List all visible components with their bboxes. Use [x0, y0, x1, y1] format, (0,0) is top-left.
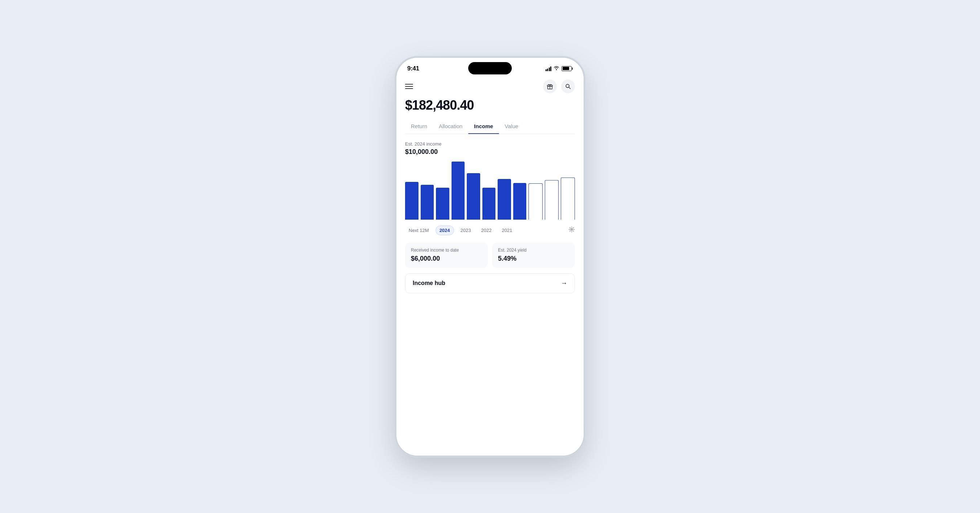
year-btn-2023[interactable]: 2023 — [457, 226, 475, 235]
income-hub-label: Income hub — [413, 280, 445, 287]
phone-frame: 9:41 — [396, 57, 584, 456]
bar-8 — [513, 183, 527, 220]
main-content: $182,480.40 Return Allocation Income Val… — [396, 98, 584, 293]
year-selector: Next 12M 2024 2023 2022 2021 — [405, 225, 575, 235]
year-btn-next12m[interactable]: Next 12M — [405, 226, 433, 235]
svg-point-2 — [566, 84, 569, 88]
stat-label-yield: Est. 2024 yield — [498, 248, 569, 253]
settings-button[interactable] — [568, 226, 575, 234]
arrow-right-icon: → — [561, 280, 567, 287]
stat-value-received: $6,000.00 — [411, 255, 482, 263]
search-button[interactable] — [561, 80, 575, 93]
gift-button[interactable] — [543, 80, 557, 93]
portfolio-value: $182,480.40 — [405, 98, 575, 113]
signal-icon — [546, 66, 552, 71]
phone-screen: 9:41 — [396, 58, 584, 456]
stat-label-received: Received income to date — [411, 248, 482, 253]
tabs: Return Allocation Income Value — [405, 120, 575, 134]
bar-5 — [467, 173, 480, 220]
status-bar: 9:41 — [396, 58, 584, 76]
tab-income[interactable]: Income — [468, 120, 499, 134]
status-time: 9:41 — [407, 65, 419, 72]
search-icon — [565, 83, 571, 90]
bar-2 — [421, 185, 434, 220]
tab-return[interactable]: Return — [405, 120, 433, 134]
bar-7 — [498, 179, 511, 220]
bar-chart — [405, 162, 575, 220]
hamburger-menu-icon[interactable] — [405, 84, 413, 89]
phone-wrapper: 9:41 — [396, 57, 584, 456]
tab-allocation[interactable]: Allocation — [433, 120, 468, 134]
year-btn-2024[interactable]: 2024 — [436, 225, 454, 235]
bar-1 — [405, 182, 418, 220]
gear-icon — [568, 226, 575, 233]
wifi-icon — [554, 66, 559, 71]
bar-9 — [528, 183, 542, 219]
nav-bar — [396, 76, 584, 98]
svg-point-3 — [571, 229, 573, 231]
dynamic-island — [468, 62, 512, 75]
status-icons — [546, 66, 573, 71]
bar-4 — [452, 162, 465, 220]
year-btn-2022[interactable]: 2022 — [477, 226, 495, 235]
bar-10 — [545, 180, 559, 220]
nav-right-icons — [543, 80, 575, 93]
chart-amount: $10,000.00 — [405, 148, 575, 156]
stat-card-received: Received income to date $6,000.00 — [405, 242, 488, 268]
tab-value[interactable]: Value — [499, 120, 524, 134]
year-btn-2021[interactable]: 2021 — [498, 226, 516, 235]
bar-6 — [482, 188, 496, 220]
stats-row: Received income to date $6,000.00 Est. 2… — [405, 242, 575, 268]
gift-icon — [547, 83, 553, 90]
battery-icon — [562, 66, 573, 71]
stat-value-yield: 5.49% — [498, 255, 569, 263]
income-hub-button[interactable]: Income hub → — [405, 273, 575, 293]
bar-3 — [436, 188, 449, 220]
bar-11 — [561, 178, 575, 219]
stat-card-yield: Est. 2024 yield 5.49% — [492, 242, 575, 268]
chart-label: Est. 2024 income — [405, 141, 575, 147]
